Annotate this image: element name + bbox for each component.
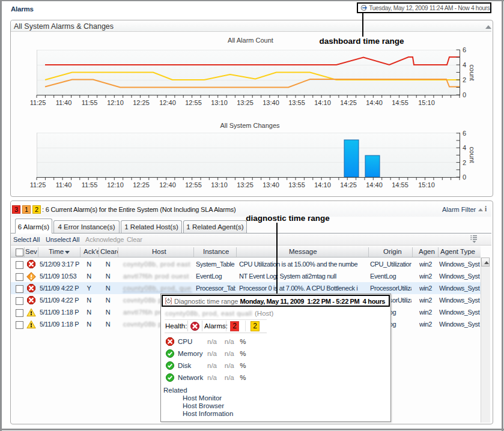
svg-text:12:55: 12:55	[185, 181, 202, 188]
svg-text:14:25: 14:25	[340, 99, 357, 106]
svg-text:15:10: 15:10	[418, 181, 435, 188]
svg-text:14:55: 14:55	[392, 99, 408, 106]
svg-text:2: 2	[463, 159, 466, 166]
svg-text:6: 6	[463, 130, 466, 137]
svg-text:12:10: 12:10	[107, 99, 124, 106]
svg-text:4: 4	[463, 61, 466, 68]
svg-text:13:40: 13:40	[263, 181, 279, 188]
svg-text:All System Changes: All System Changes	[220, 122, 280, 129]
svg-text:13:25: 13:25	[237, 99, 254, 106]
svg-text:count: count	[469, 147, 476, 163]
svg-text:12:10: 12:10	[107, 181, 124, 188]
svg-text:count: count	[469, 65, 476, 81]
svg-text:12:25: 12:25	[133, 99, 150, 106]
svg-text:11:55: 11:55	[82, 99, 98, 106]
svg-text:14:10: 14:10	[314, 181, 331, 188]
svg-text:13:40: 13:40	[263, 99, 279, 106]
svg-text:11:55: 11:55	[82, 181, 98, 188]
svg-text:14:10: 14:10	[314, 99, 331, 106]
svg-text:0: 0	[463, 91, 466, 98]
svg-text:12:40: 12:40	[159, 99, 176, 106]
svg-text:11:40: 11:40	[56, 181, 72, 188]
svg-text:15:10: 15:10	[418, 99, 435, 106]
svg-text:4: 4	[463, 144, 466, 151]
svg-text:13:10: 13:10	[211, 99, 228, 106]
svg-text:13:10: 13:10	[211, 181, 228, 188]
svg-text:11:40: 11:40	[56, 99, 72, 106]
svg-text:14:40: 14:40	[366, 99, 383, 106]
svg-text:12:25: 12:25	[133, 181, 150, 188]
svg-text:All Alarm Count: All Alarm Count	[228, 37, 273, 44]
svg-text:0: 0	[463, 173, 466, 181]
svg-text:12:55: 12:55	[185, 99, 202, 106]
svg-text:6: 6	[463, 46, 466, 53]
svg-text:11:25: 11:25	[30, 181, 46, 188]
svg-text:14:25: 14:25	[340, 181, 357, 188]
svg-text:11:25: 11:25	[30, 99, 46, 106]
svg-text:14:55: 14:55	[392, 181, 408, 188]
svg-text:12:40: 12:40	[159, 181, 176, 188]
svg-text:13:55: 13:55	[288, 99, 305, 106]
svg-text:13:25: 13:25	[237, 181, 254, 188]
svg-text:14:40: 14:40	[366, 181, 383, 188]
svg-text:13:55: 13:55	[288, 181, 305, 188]
svg-text:2: 2	[463, 76, 466, 83]
